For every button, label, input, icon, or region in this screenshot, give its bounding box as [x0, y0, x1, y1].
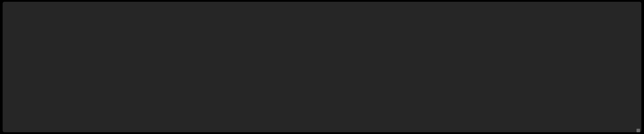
- watermark: [636, 129, 641, 132]
- watermark-icon: [636, 129, 640, 132]
- log-console: [3, 2, 641, 132]
